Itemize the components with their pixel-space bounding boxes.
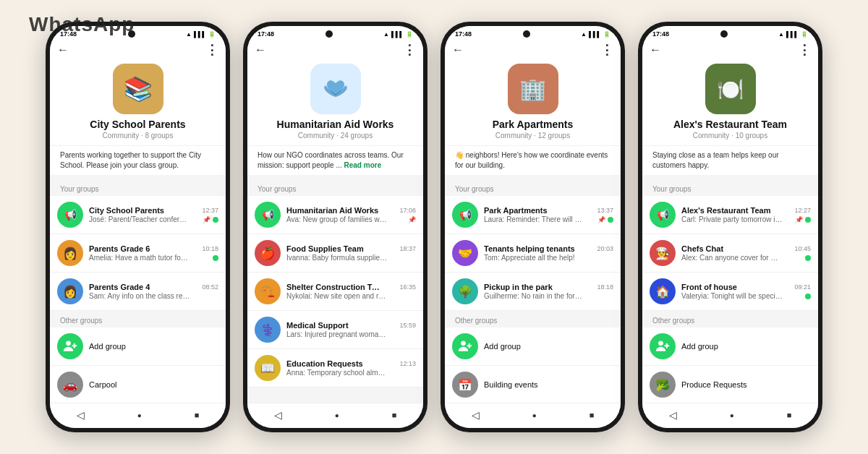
group-item[interactable]: 🤝Tenants helping tenants20:03Tom: Apprec… xyxy=(445,234,621,273)
group-name: Alex's Restaurant Team xyxy=(681,206,770,215)
group-msg: Alex: Can anyone cover for me? xyxy=(681,254,783,262)
group-item[interactable]: 📢City School Parents12:37José: Parent/Te… xyxy=(50,196,226,234)
group-item[interactable]: 🌳Pickup in the park18:18Guilherme: No ra… xyxy=(445,273,621,311)
back-button[interactable]: ← xyxy=(452,43,464,56)
add-group-item[interactable]: Add group xyxy=(50,327,226,366)
bottom-nav: ◁ ● ■ xyxy=(445,403,621,428)
add-group-item[interactable]: Add group xyxy=(642,327,818,366)
group-name-row: Humanitarian Aid Works17:06 xyxy=(286,206,416,215)
nav-home-button[interactable]: ● xyxy=(137,411,142,419)
other-group-label: Building events xyxy=(484,380,538,389)
nav-recent-button[interactable]: ■ xyxy=(787,411,792,419)
groups-scroll[interactable]: Your groups📢Alex's Restaurant Team12:27C… xyxy=(642,179,818,403)
group-msg-row: Alex: Can anyone cover for me? xyxy=(681,254,811,262)
group-time: 16:35 xyxy=(399,283,416,291)
wifi-icon: ▲ xyxy=(581,31,587,38)
group-info: Humanitarian Aid Works17:06Ava: New grou… xyxy=(286,206,416,223)
group-item[interactable]: ⚕️Medical Support15:59Lars: Injured preg… xyxy=(247,311,423,349)
back-button[interactable]: ← xyxy=(255,43,266,56)
other-group-item[interactable]: 🚗Carpool xyxy=(50,366,226,403)
unread-dot xyxy=(213,255,218,261)
other-group-item[interactable]: 📅Building events xyxy=(445,366,621,403)
group-time: 13:37 xyxy=(597,207,613,214)
community-header: 📚City School ParentsCommunity · 8 groups xyxy=(50,61,226,146)
group-time: 12:27 xyxy=(794,207,811,214)
groups-scroll[interactable]: Your groups📢City School Parents12:37José… xyxy=(50,179,226,403)
other-group-label: Produce Requests xyxy=(681,380,747,389)
more-button[interactable]: ⋮ xyxy=(600,42,613,58)
group-info: Medical Support15:59Lars: Injured pregna… xyxy=(286,321,416,338)
group-info: Parents Grade 610:18Amelia: Have a math … xyxy=(89,244,218,262)
nav-back-button[interactable]: ◁ xyxy=(472,409,480,421)
nav-home-button[interactable]: ● xyxy=(730,411,734,419)
group-info: Pickup in the park18:18Guilherme: No rai… xyxy=(484,283,613,300)
nav-back-button[interactable]: ◁ xyxy=(669,409,677,421)
group-item[interactable]: 🏗️Shelter Construction Team16:35Nykolai:… xyxy=(247,273,423,311)
other-group-label: Carpool xyxy=(89,380,117,389)
group-time: 08:52 xyxy=(202,283,218,291)
back-button[interactable]: ← xyxy=(650,43,661,56)
group-item[interactable]: 📖Education Requests12:13Anna: Temporary … xyxy=(247,349,423,387)
svg-point-0 xyxy=(66,341,71,346)
group-item[interactable]: 📢Alex's Restaurant Team12:27Carl: Privat… xyxy=(642,196,818,234)
community-name: Humanitarian Aid Works xyxy=(277,119,394,130)
more-button[interactable]: ⋮ xyxy=(798,42,811,58)
group-msg: José: Parent/Teacher conferen... xyxy=(89,215,190,223)
unread-dot xyxy=(608,217,613,223)
msg-indicators: 📌 xyxy=(408,216,416,223)
group-msg-row: José: Parent/Teacher conferen...📌 xyxy=(89,215,218,223)
bottom-nav: ◁ ● ■ xyxy=(50,403,226,428)
groups-scroll[interactable]: Your groups📢Humanitarian Aid Works17:06A… xyxy=(247,179,423,403)
wifi-icon: ▲ xyxy=(186,31,192,38)
group-item[interactable]: 📢Park Apartments13:37Laura: Reminder: Th… xyxy=(445,196,621,234)
group-info: Shelter Construction Team16:35Nykolai: N… xyxy=(286,283,416,300)
group-item[interactable]: 👨‍🍳Chefs Chat10:45Alex: Can anyone cover… xyxy=(642,234,818,273)
group-item[interactable]: 🍎Food Supplies Team18:37Ivanna: Baby for… xyxy=(247,234,423,273)
group-msg-row: Valeryia: Tonight will be special! xyxy=(681,292,811,300)
status-bar: 17:48 ▲ ▌▌▌ 🔋 xyxy=(247,26,423,39)
nav-home-button[interactable]: ● xyxy=(532,411,537,419)
time: 17:48 xyxy=(258,30,274,38)
group-time: 09:21 xyxy=(794,283,811,291)
group-item[interactable]: 👩Parents Grade 408:52Sam: Any info on th… xyxy=(50,273,226,311)
group-name: Medical Support xyxy=(286,321,349,330)
group-time: 12:13 xyxy=(399,360,416,367)
other-group-item[interactable]: 🥦Produce Requests xyxy=(642,366,818,403)
nav-recent-button[interactable]: ■ xyxy=(590,411,595,419)
nav-home-button[interactable]: ● xyxy=(335,411,339,419)
group-name: Park Apartments xyxy=(484,206,548,215)
community-sub: Community · 10 groups xyxy=(693,132,767,140)
watermark: WhatsApp xyxy=(29,13,135,36)
back-button[interactable]: ← xyxy=(57,43,69,56)
notch-area xyxy=(523,30,530,38)
community-name: City School Parents xyxy=(90,119,185,130)
top-nav: ← ⋮ xyxy=(445,39,621,61)
add-group-item[interactable]: Add group xyxy=(445,327,621,366)
group-name: Parents Grade 6 xyxy=(89,244,150,253)
more-button[interactable]: ⋮ xyxy=(403,42,416,58)
groups-scroll[interactable]: Your groups📢Park Apartments13:37Laura: R… xyxy=(445,179,621,403)
group-item[interactable]: 🏠Front of house09:21Valeryia: Tonight wi… xyxy=(642,273,818,311)
bottom-nav: ◁ ● ■ xyxy=(247,403,423,428)
time: 17:48 xyxy=(652,30,669,38)
group-item[interactable]: 📢Humanitarian Aid Works17:06Ava: New gro… xyxy=(247,196,423,234)
group-info: Parents Grade 408:52Sam: Any info on the… xyxy=(89,283,218,300)
add-group-label: Add group xyxy=(681,342,718,351)
phones-container: 17:48 ▲ ▌▌▌ 🔋 ← ⋮ 📚City School ParentsCo… xyxy=(31,7,837,447)
your-groups-label: Your groups xyxy=(247,179,423,196)
community-name: Alex's Restaurant Team xyxy=(673,119,787,130)
nav-recent-button[interactable]: ■ xyxy=(392,411,397,419)
msg-indicators: 📌 xyxy=(597,216,613,223)
read-more-link[interactable]: Read more xyxy=(344,161,382,169)
group-avatar: 📢 xyxy=(650,202,676,228)
nav-back-button[interactable]: ◁ xyxy=(77,409,85,421)
your-groups-label: Your groups xyxy=(50,179,226,196)
nav-back-button[interactable]: ◁ xyxy=(274,409,282,421)
unread-dot xyxy=(213,217,218,223)
group-msg-row: Lars: Injured pregnant woman in need... xyxy=(286,330,416,338)
group-item[interactable]: 👩Parents Grade 610:18Amelia: Have a math… xyxy=(50,234,226,273)
nav-recent-button[interactable]: ■ xyxy=(195,411,200,419)
add-group-icon xyxy=(650,333,676,359)
group-msg: Laura: Reminder: There will be... xyxy=(484,215,585,223)
more-button[interactable]: ⋮ xyxy=(205,42,218,58)
